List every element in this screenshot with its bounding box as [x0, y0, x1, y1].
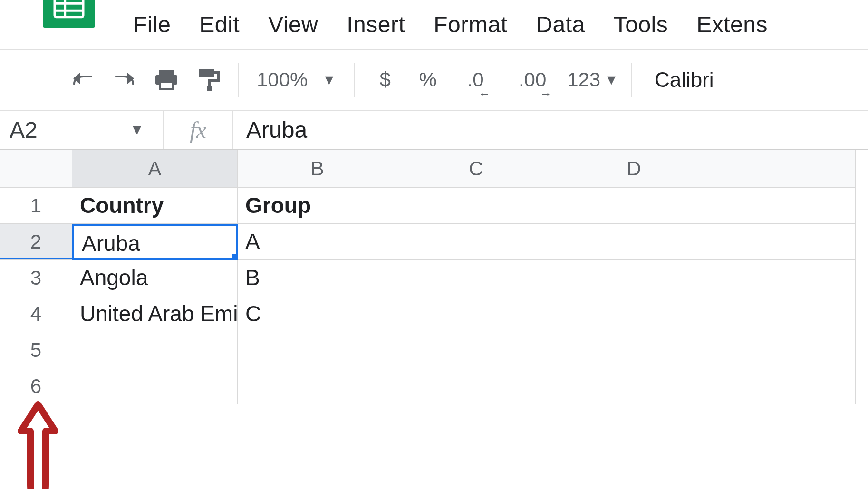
- decrease-decimal-button[interactable]: .0←: [449, 63, 502, 96]
- menu-bar: File Edit View Insert Format Data Tools …: [0, 0, 868, 50]
- cell-C6[interactable]: [397, 368, 555, 404]
- sheets-icon: [52, 0, 86, 19]
- row-header-5[interactable]: 5: [0, 332, 72, 368]
- cell-D1[interactable]: [555, 188, 713, 224]
- print-icon: [154, 68, 179, 91]
- cell-C3[interactable]: [397, 260, 555, 296]
- col-header-B[interactable]: B: [238, 150, 397, 188]
- grid-row: Angola B: [72, 260, 856, 296]
- undo-icon: [69, 70, 96, 90]
- name-box[interactable]: A2 ▼: [0, 110, 164, 149]
- font-family-dropdown[interactable]: Calibri: [640, 68, 728, 92]
- row-header-2[interactable]: 2: [0, 224, 72, 260]
- number-format-dropdown[interactable]: 123 ▼: [563, 68, 622, 91]
- cell-C2[interactable]: [397, 224, 555, 260]
- cell-D6[interactable]: [555, 368, 713, 404]
- svg-rect-5: [159, 70, 174, 75]
- toolbar-separator: [354, 63, 355, 97]
- cell-A1[interactable]: Country: [72, 188, 238, 224]
- cell-E1[interactable]: [713, 188, 856, 224]
- cell-A4[interactable]: United Arab Emir: [72, 296, 238, 332]
- cell-D4[interactable]: [555, 296, 713, 332]
- menu-tools[interactable]: Tools: [614, 11, 668, 38]
- col-header-D[interactable]: D: [555, 150, 713, 188]
- svg-rect-9: [207, 86, 212, 91]
- fill-handle[interactable]: [232, 254, 238, 260]
- annotation-arrow-up: [14, 399, 62, 489]
- zoom-value: 100%: [257, 68, 308, 91]
- toolbar: 100% ▼ $ % .0← .00→ 123 ▼ Calibri: [0, 50, 868, 111]
- row-header-4[interactable]: 4: [0, 296, 72, 332]
- print-button[interactable]: [145, 63, 187, 96]
- toolbar-separator: [238, 63, 239, 97]
- cell-E6[interactable]: [713, 368, 856, 404]
- format-currency-button[interactable]: $: [364, 63, 406, 96]
- menu-insert[interactable]: Insert: [347, 11, 405, 38]
- cell-B6[interactable]: [238, 368, 397, 404]
- format-percent-button[interactable]: %: [406, 63, 449, 96]
- grid-row: [72, 332, 856, 368]
- col-header-A[interactable]: A: [72, 150, 238, 188]
- cell-E2[interactable]: [713, 224, 856, 260]
- cell-A6[interactable]: [72, 368, 238, 404]
- select-all-corner[interactable]: [0, 150, 72, 188]
- formula-bar-row: A2 ▼ fx Aruba: [0, 111, 868, 150]
- zoom-dropdown[interactable]: 100% ▼: [247, 68, 346, 91]
- cell-D3[interactable]: [555, 260, 713, 296]
- paint-format-icon: [196, 67, 220, 92]
- cell-B3[interactable]: B: [238, 260, 397, 296]
- cell-C4[interactable]: [397, 296, 555, 332]
- cell-E4[interactable]: [713, 296, 856, 332]
- grid-row: Country Group: [72, 188, 856, 224]
- cell-B1[interactable]: Group: [238, 188, 397, 224]
- cell-E3[interactable]: [713, 260, 856, 296]
- menu-data[interactable]: Data: [536, 11, 585, 38]
- col-header-E[interactable]: [713, 150, 856, 188]
- menu-edit[interactable]: Edit: [199, 11, 240, 38]
- paint-format-button[interactable]: [187, 63, 229, 96]
- svg-rect-7: [160, 82, 173, 89]
- svg-rect-8: [199, 69, 214, 77]
- cell-A3[interactable]: Angola: [72, 260, 238, 296]
- cell-A2[interactable]: Aruba: [72, 224, 238, 260]
- cell-C1[interactable]: [397, 188, 555, 224]
- spreadsheet-grid: 1 2 3 4 5 6 A B C D Country Group: [0, 150, 868, 489]
- cell-B4[interactable]: C: [238, 296, 397, 332]
- cell-D2[interactable]: [555, 224, 713, 260]
- row-header-1[interactable]: 1: [0, 188, 72, 224]
- col-header-C[interactable]: C: [397, 150, 555, 188]
- chevron-down-icon: ▼: [130, 122, 144, 138]
- increase-decimal-button[interactable]: .00→: [502, 63, 563, 96]
- fx-icon: fx: [164, 110, 233, 149]
- menu-view[interactable]: View: [268, 11, 318, 38]
- grid-row: United Arab Emir C: [72, 296, 856, 332]
- grid-row: [72, 368, 856, 404]
- chevron-down-icon: ▼: [604, 72, 618, 88]
- grid-row: Aruba A: [72, 224, 856, 260]
- column-headers: A B C D: [72, 150, 856, 188]
- cell-C5[interactable]: [397, 332, 555, 368]
- menu-file[interactable]: File: [133, 11, 171, 38]
- toolbar-separator: [631, 63, 632, 97]
- redo-button[interactable]: [104, 63, 145, 96]
- undo-button[interactable]: [62, 63, 104, 96]
- redo-icon: [111, 70, 138, 90]
- row-header-3[interactable]: 3: [0, 260, 72, 296]
- chevron-down-icon: ▼: [322, 72, 336, 88]
- sheets-logo[interactable]: [43, 0, 95, 28]
- cell-A5[interactable]: [72, 332, 238, 368]
- cell-B2[interactable]: A: [238, 224, 397, 260]
- cell-B5[interactable]: [238, 332, 397, 368]
- menu-extensions[interactable]: Extens: [696, 11, 768, 38]
- cell-D5[interactable]: [555, 332, 713, 368]
- cell-E5[interactable]: [713, 332, 856, 368]
- formula-input[interactable]: Aruba: [233, 117, 868, 143]
- name-box-value: A2: [10, 117, 38, 143]
- menu-format[interactable]: Format: [434, 11, 507, 38]
